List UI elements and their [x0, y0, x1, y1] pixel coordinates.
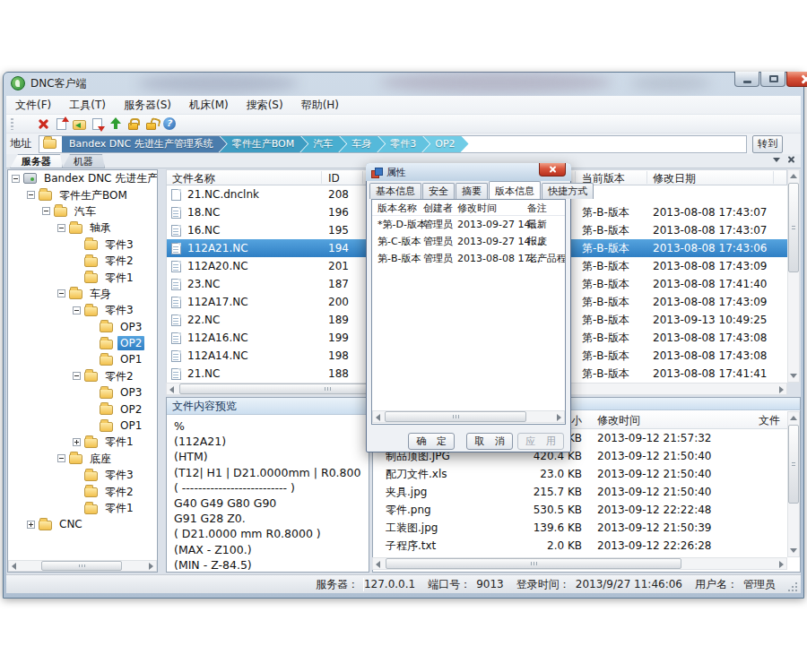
column-version-name[interactable]: 版本名称: [377, 202, 417, 215]
menu-item[interactable]: 工具(T): [60, 96, 115, 115]
expander-icon[interactable]: [27, 521, 35, 529]
tree-item[interactable]: 零件2: [8, 253, 157, 269]
menu-item[interactable]: 搜索(S): [238, 96, 292, 115]
scroll-right-icon[interactable]: [557, 414, 561, 421]
maximize-button[interactable]: [760, 72, 785, 87]
close-button[interactable]: [786, 72, 807, 87]
tree-item[interactable]: 零件2: [8, 483, 157, 499]
dropdown-icon[interactable]: [773, 158, 780, 162]
version-list-header[interactable]: 版本名称 创建者 修改时间 备注: [372, 200, 565, 216]
check-in-icon[interactable]: [55, 116, 73, 132]
version-row[interactable]: 第-C-版本 管理员 2013-09-27 14:... 报废: [372, 233, 565, 250]
version-row[interactable]: *第-D-版本 管理员 2013-09-27 14:... 最新: [372, 216, 565, 233]
scroll-left-icon[interactable]: [376, 561, 380, 568]
tree-item[interactable]: OP3: [8, 384, 157, 401]
dialog-hscrollbar[interactable]: [372, 410, 565, 423]
expander-icon[interactable]: [73, 306, 81, 314]
tree-item[interactable]: 轴承: [8, 220, 157, 236]
scroll-left-icon[interactable]: [376, 414, 380, 421]
scroll-left-icon[interactable]: [169, 386, 174, 393]
column-id[interactable]: ID: [328, 171, 340, 185]
tree-item[interactable]: OP2: [8, 401, 157, 417]
tree-item[interactable]: CNC: [8, 516, 157, 532]
dialog-tab[interactable]: 基本信息: [369, 183, 421, 199]
column-note[interactable]: 备注: [527, 202, 547, 215]
menu-item[interactable]: 机床(M): [180, 96, 238, 115]
address-field[interactable]: Bandex DNC 先进生产管理系统零件生产BOM汽车车身零件3OP2: [39, 135, 747, 153]
dialog-tab[interactable]: 摘要: [456, 183, 488, 199]
expander-icon[interactable]: [73, 438, 81, 446]
expander-icon[interactable]: [73, 372, 81, 380]
help-icon[interactable]: [162, 116, 180, 132]
attachments-vscrollbar[interactable]: [787, 411, 800, 557]
tree-item[interactable]: 零件3: [8, 237, 157, 253]
scroll-right-icon[interactable]: [779, 561, 784, 568]
scroll-thumb[interactable]: [385, 411, 526, 422]
attachment-row[interactable]: 子程序.txt 2.0 KB 2013-09-12 22:26:28: [373, 537, 787, 555]
column-date[interactable]: 修改日期: [653, 171, 696, 185]
tree-item[interactable]: Bandex DNC 先进生产管理系统: [8, 170, 157, 186]
scroll-right-icon[interactable]: [149, 563, 153, 570]
scroll-down-icon[interactable]: [790, 548, 797, 553]
tree-item[interactable]: 底座: [8, 451, 157, 467]
version-row[interactable]: 第-B-版本 管理员 2013-08-08 17:... 老产品程序: [372, 250, 565, 267]
column-mtime[interactable]: 修改时间: [597, 412, 640, 428]
tree-item[interactable]: OP2: [8, 335, 157, 351]
dialog-close-button[interactable]: [539, 163, 566, 177]
attachment-row[interactable]: 配刀文件.xls 23.0 KB 2013-09-12 21:50:40: [373, 465, 787, 483]
tree-item[interactable]: 零件3: [8, 467, 157, 483]
column-name[interactable]: 文件名称: [172, 171, 215, 185]
column-modified[interactable]: 修改时间: [457, 202, 497, 215]
scroll-thumb[interactable]: [788, 183, 799, 272]
expander-icon[interactable]: [12, 175, 20, 183]
tree-item[interactable]: 零件1: [8, 500, 157, 516]
titlebar[interactable]: [3, 72, 804, 96]
scroll-right-icon[interactable]: [779, 386, 784, 393]
attachment-row[interactable]: 零件.png 530.5 KB 2013-09-12 22:22:48: [373, 501, 787, 519]
file-list-vscrollbar[interactable]: [787, 169, 800, 383]
tree-item[interactable]: OP1: [8, 418, 157, 434]
menu-item[interactable]: 服务器(S): [115, 96, 180, 115]
delete-icon[interactable]: [37, 116, 55, 132]
scroll-up-icon[interactable]: [790, 416, 797, 420]
scroll-thumb[interactable]: [386, 558, 681, 569]
tab-servers[interactable]: 服务器: [10, 154, 63, 168]
tree-hscrollbar[interactable]: [8, 560, 157, 572]
toolbar-grip[interactable]: [11, 118, 13, 130]
dialog-button[interactable]: 应 用: [517, 433, 564, 450]
send-icon[interactable]: [108, 116, 126, 132]
expander-icon[interactable]: [57, 224, 65, 232]
close-pane-icon[interactable]: [787, 156, 795, 164]
dialog-button[interactable]: 取 消: [466, 433, 513, 450]
lock-icon[interactable]: [126, 116, 144, 132]
scroll-left-icon[interactable]: [12, 563, 16, 570]
tab-machines[interactable]: 机器: [62, 154, 105, 168]
tree-item[interactable]: OP3: [8, 319, 157, 335]
breadcrumb-segment[interactable]: 零件生产BOM: [220, 135, 308, 152]
minimize-button[interactable]: [734, 72, 759, 87]
expander-icon[interactable]: [42, 207, 50, 215]
tree-item[interactable]: 零件生产BOM: [8, 186, 157, 202]
unlock-icon[interactable]: [144, 116, 162, 132]
scroll-thumb[interactable]: [41, 561, 122, 571]
resize-grip[interactable]: [788, 582, 797, 591]
tree-item[interactable]: 零件1: [8, 434, 157, 450]
tree-item[interactable]: 汽车: [8, 203, 157, 220]
expander-icon[interactable]: [27, 191, 35, 199]
tree-item[interactable]: OP1: [8, 351, 157, 367]
attachment-row[interactable]: 夹具.jpg 215.7 KB 2013-09-12 21:50:40: [373, 483, 787, 501]
attachment-row[interactable]: 工装图.jpg 139.6 KB 2013-09-12 21:50:39: [373, 519, 787, 537]
expander-icon[interactable]: [57, 289, 65, 297]
go-button[interactable]: 转到: [752, 135, 783, 153]
scroll-down-icon[interactable]: [790, 374, 797, 378]
column-creator[interactable]: 创建者: [423, 202, 453, 215]
menu-item[interactable]: 文件(F): [6, 96, 60, 115]
export-icon[interactable]: [73, 116, 91, 132]
expander-icon[interactable]: [57, 454, 65, 462]
scroll-up-icon[interactable]: [790, 174, 797, 178]
tree-item[interactable]: 零件3: [8, 302, 157, 318]
dialog-button[interactable]: 确 定: [408, 433, 455, 450]
dialog-tab[interactable]: 版本信息: [489, 181, 541, 199]
tree-item[interactable]: 车身: [8, 286, 157, 302]
dialog-tab[interactable]: 快捷方式: [542, 183, 594, 199]
